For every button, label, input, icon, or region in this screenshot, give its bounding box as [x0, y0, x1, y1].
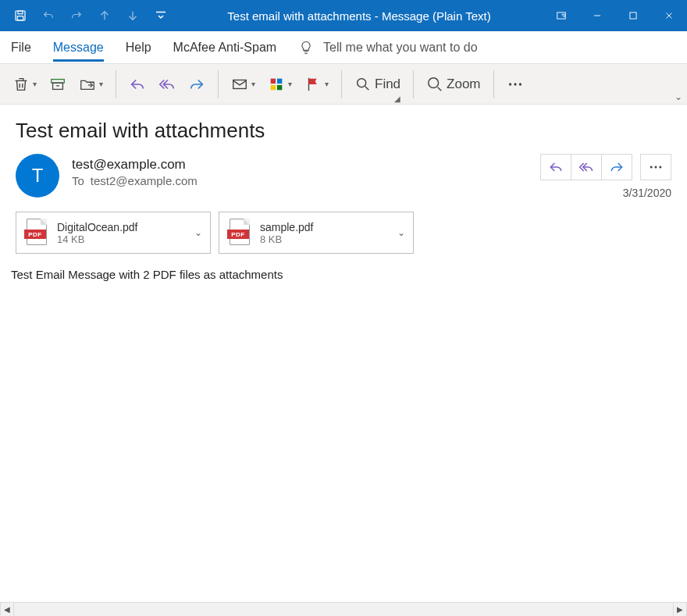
- attachment-meta: DigitalOcean.pdf 14 KB: [57, 221, 138, 245]
- separator: [116, 70, 116, 98]
- tab-file[interactable]: File: [11, 34, 31, 61]
- envelope-icon: [231, 76, 248, 93]
- find-label: Find: [375, 77, 400, 92]
- to-line: Totest2@example.com: [72, 174, 198, 187]
- chevron-down-icon: ▾: [325, 80, 329, 88]
- horizontal-scrollbar[interactable]: ◀ ▶: [0, 602, 687, 616]
- save-icon[interactable]: [6, 0, 34, 31]
- forward-arrow-icon: [609, 159, 625, 175]
- forward-button[interactable]: [183, 70, 210, 98]
- chevron-down-icon: ▾: [99, 80, 103, 88]
- svg-point-16: [518, 83, 521, 85]
- scroll-track[interactable]: [14, 603, 673, 616]
- sender-avatar[interactable]: T: [16, 154, 59, 198]
- collapse-ribbon-icon[interactable]: ⌄: [675, 91, 682, 102]
- attachment-item[interactable]: PDF DigitalOcean.pdf 14 KB ⌄: [16, 212, 211, 254]
- svg-point-13: [429, 77, 439, 87]
- tab-message[interactable]: Message: [53, 34, 104, 61]
- close-icon[interactable]: [651, 0, 687, 31]
- svg-point-12: [358, 78, 366, 87]
- reply-all-button[interactable]: [154, 70, 180, 98]
- scroll-left-icon[interactable]: ◀: [0, 603, 14, 616]
- undo-icon[interactable]: [34, 0, 62, 31]
- chevron-down-icon[interactable]: ⌄: [194, 227, 202, 238]
- ribbon: ▾ ▾ ▾ ▾ ▾ ◢ Find Zoom ⌄: [0, 64, 687, 105]
- separator: [341, 70, 342, 98]
- chevron-down-icon: ▾: [251, 80, 255, 88]
- scroll-right-icon[interactable]: ▶: [673, 603, 687, 616]
- tab-help[interactable]: Help: [126, 34, 151, 61]
- separator: [493, 70, 494, 98]
- message-meta: 3/31/2020: [541, 154, 671, 199]
- from-address[interactable]: test@example.com: [72, 157, 198, 173]
- tell-me-label: Tell me what you want to do: [323, 41, 477, 55]
- follow-up-button[interactable]: ▾: [300, 70, 333, 98]
- attachment-name: sample.pdf: [260, 221, 313, 233]
- svg-rect-11: [277, 84, 282, 89]
- categorize-button[interactable]: ▾: [263, 70, 297, 98]
- attachment-item[interactable]: PDF sample.pdf 8 KB ⌄: [219, 212, 414, 254]
- zoom-label: Zoom: [447, 77, 480, 92]
- svg-point-15: [514, 83, 516, 85]
- svg-rect-9: [277, 78, 282, 83]
- email-date: 3/31/2020: [541, 187, 671, 199]
- sender-info: test@example.com Totest2@example.com: [72, 154, 198, 187]
- reply-arrow-icon: [129, 76, 146, 93]
- window-controls: [543, 0, 687, 31]
- svg-rect-2: [17, 16, 23, 20]
- attachment-meta: sample.pdf 8 KB: [260, 221, 313, 245]
- attachments-list: PDF DigitalOcean.pdf 14 KB ⌄ PDF sample.…: [16, 212, 671, 254]
- chevron-down-icon: ▾: [33, 80, 37, 88]
- svg-rect-5: [52, 79, 65, 83]
- pdf-file-icon: PDF: [24, 219, 49, 247]
- email-header: T test@example.com Totest2@example.com 3…: [16, 154, 671, 199]
- tell-me-search[interactable]: Tell me what you want to do: [298, 40, 477, 55]
- minimize-icon[interactable]: [579, 0, 615, 31]
- attachment-size: 8 KB: [260, 233, 313, 245]
- reply-action[interactable]: [540, 154, 571, 180]
- email-subject: Test email with attachments: [16, 119, 671, 143]
- quick-access-toolbar: [0, 0, 175, 31]
- svg-rect-1: [18, 11, 23, 14]
- tab-mcafee[interactable]: McAfee Anti-Spam: [173, 34, 277, 61]
- forward-action[interactable]: [601, 154, 632, 180]
- customize-qat-icon[interactable]: [147, 0, 175, 31]
- separator: [413, 70, 414, 98]
- more-commands-button[interactable]: [502, 70, 529, 98]
- svg-rect-7: [233, 80, 247, 88]
- previous-item-icon[interactable]: [91, 0, 119, 31]
- svg-point-18: [655, 166, 657, 169]
- next-item-icon[interactable]: [119, 0, 147, 31]
- redo-icon[interactable]: [62, 0, 91, 31]
- attachment-name: DigitalOcean.pdf: [57, 221, 138, 233]
- to-address[interactable]: test2@example.com: [91, 174, 198, 187]
- svg-point-19: [659, 166, 661, 169]
- reply-all-arrow-icon: [158, 76, 176, 93]
- chevron-down-icon[interactable]: ⌄: [397, 227, 405, 238]
- pdf-file-icon: PDF: [227, 219, 252, 247]
- chevron-down-icon: ▾: [288, 80, 292, 88]
- to-label: To: [72, 174, 84, 187]
- move-button[interactable]: ▾: [74, 70, 108, 98]
- window-title: Test email with attachments - Message (P…: [175, 9, 543, 23]
- email-body: Test Email Message with 2 PDF files as a…: [11, 268, 671, 281]
- svg-point-14: [508, 83, 511, 85]
- separator: [218, 70, 219, 98]
- reply-all-arrow-icon: [578, 159, 594, 175]
- zoom-icon: [426, 76, 443, 93]
- forward-arrow-icon: [188, 76, 205, 93]
- svg-rect-8: [271, 78, 276, 83]
- archive-button[interactable]: [44, 70, 71, 98]
- reply-all-action[interactable]: [571, 154, 602, 180]
- maximize-icon[interactable]: [615, 0, 651, 31]
- ribbon-display-options-icon[interactable]: [543, 0, 579, 31]
- mark-unread-button[interactable]: ▾: [226, 70, 260, 98]
- message-actions: [541, 154, 671, 180]
- more-actions[interactable]: [640, 154, 671, 180]
- zoom-button[interactable]: Zoom: [422, 70, 485, 98]
- search-icon: [354, 76, 372, 93]
- trash-icon: [12, 76, 30, 93]
- delete-button[interactable]: ▾: [8, 70, 41, 98]
- dialog-launcher-icon[interactable]: ◢: [394, 94, 400, 103]
- reply-button[interactable]: [124, 70, 151, 98]
